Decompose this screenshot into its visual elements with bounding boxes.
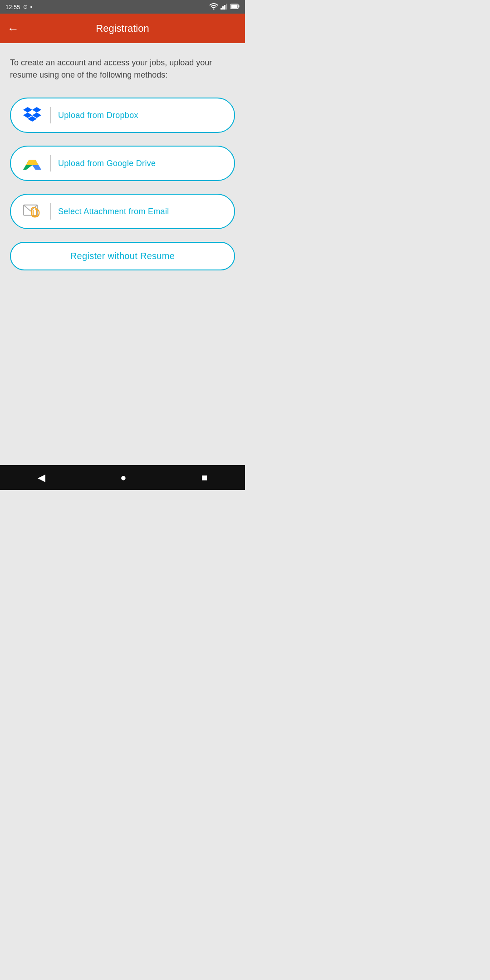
upload-email-button[interactable]: Select Attachment from Email [10, 194, 235, 229]
status-left: 12:55 ⊙ ▪ [5, 4, 32, 10]
sd-status-icon: ▪ [30, 4, 32, 10]
google-drive-icon [22, 153, 43, 174]
nav-back-icon[interactable]: ◀ [38, 472, 45, 484]
wifi-status-icon [210, 3, 218, 11]
signal-status-icon [220, 3, 228, 11]
svg-rect-5 [239, 5, 240, 7]
nav-home-icon[interactable]: ● [120, 472, 126, 484]
nav-bar: ◀ ● ■ [0, 465, 245, 490]
btn-divider [50, 107, 51, 123]
btn-divider-email [50, 203, 51, 220]
register-btn-label: Register without Resume [70, 251, 175, 261]
svg-rect-2 [224, 5, 225, 10]
svg-rect-6 [231, 5, 238, 8]
register-without-resume-button[interactable]: Register without Resume [10, 242, 235, 270]
page-title: Registration [96, 23, 149, 34]
svg-rect-0 [220, 8, 222, 10]
btn-divider-gdrive [50, 155, 51, 172]
main-content: To create an account and access your job… [0, 43, 245, 465]
svg-marker-8 [32, 107, 41, 113]
gdrive-btn-label: Upload from Google Drive [58, 159, 156, 168]
email-btn-label: Select Attachment from Email [58, 207, 169, 216]
svg-marker-7 [23, 107, 32, 113]
email-icon [22, 201, 43, 222]
svg-rect-1 [222, 6, 224, 10]
battery-status-icon [230, 4, 240, 10]
upload-dropbox-button[interactable]: Upload from Dropbox [10, 98, 235, 133]
status-right-icons [210, 3, 240, 11]
description-text: To create an account and access your job… [10, 57, 235, 81]
status-time: 12:55 [5, 4, 20, 10]
circle-status-icon: ⊙ [23, 4, 28, 10]
header: ← Registration [0, 14, 245, 43]
back-button[interactable]: ← [7, 23, 19, 34]
upload-gdrive-button[interactable]: Upload from Google Drive [10, 146, 235, 181]
svg-rect-3 [226, 4, 227, 10]
status-bar: 12:55 ⊙ ▪ [0, 0, 245, 14]
dropbox-icon [22, 105, 43, 126]
dropbox-btn-label: Upload from Dropbox [58, 111, 138, 120]
nav-recent-icon[interactable]: ■ [201, 472, 207, 484]
